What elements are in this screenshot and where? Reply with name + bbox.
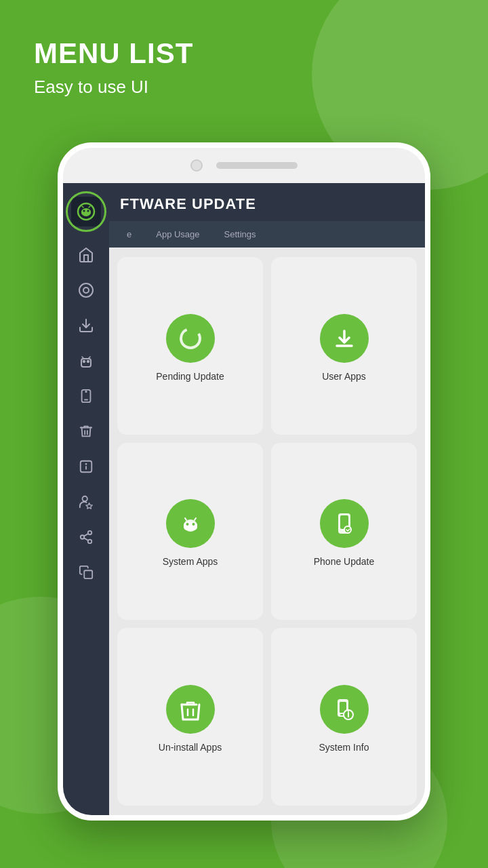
system-info-label: System Info [319,742,369,753]
svg-point-21 [86,464,87,465]
svg-point-7 [79,283,93,297]
svg-point-49 [347,710,348,711]
phone-mockup: FTWARE UPDATE e App Usage Settings Pendi [58,142,430,821]
svg-rect-10 [81,359,91,367]
main-area: FTWARE UPDATE e App Usage Settings Pendi [109,183,425,815]
grid-card-system-info[interactable]: System Info [271,628,417,806]
tabs-bar: e App Usage Settings [109,221,425,248]
svg-line-14 [89,357,90,358]
svg-line-27 [84,538,88,540]
svg-point-17 [85,391,86,392]
sidebar-icon-phone[interactable] [71,381,101,411]
svg-point-34 [186,523,188,526]
grid-card-user-apps[interactable]: User Apps [271,257,417,435]
sidebar-icon-android[interactable] [71,346,101,376]
sidebar-icon-share[interactable] [71,522,101,552]
sidebar-icon-info[interactable] [71,452,101,481]
svg-point-30 [181,329,200,348]
grid-card-phone-update[interactable]: Phone Update [271,443,417,620]
svg-point-12 [87,361,89,362]
sidebar-icon-user-star[interactable] [71,487,101,517]
grid-card-uninstall-apps[interactable]: Un-install Apps [117,628,263,806]
system-apps-label: System Apps [163,556,218,567]
system-info-icon [320,685,369,734]
user-apps-label: User Apps [322,371,366,382]
svg-line-5 [82,206,83,208]
svg-point-41 [344,526,351,533]
svg-rect-2 [81,210,91,215]
app-header: FTWARE UPDATE [109,183,425,221]
android-logo-icon [76,201,96,222]
app-container: FTWARE UPDATE e App Usage Settings Pendi [63,183,425,815]
tab-app-usage[interactable]: App Usage [144,221,211,248]
svg-rect-33 [184,522,197,530]
pending-update-label: Pending Update [156,371,224,382]
trash-icon [178,696,203,722]
phone-speaker [216,162,298,169]
phone-camera [190,159,203,172]
svg-line-13 [82,357,83,358]
svg-rect-29 [84,570,92,578]
grid-content: Pending Update User Apps [109,248,425,815]
sidebar-icon-home[interactable] [71,240,101,270]
svg-line-6 [89,206,90,208]
grid-card-system-apps[interactable]: System Apps [117,443,263,620]
phone-info-icon [331,696,357,722]
tab-settings[interactable]: Settings [212,221,268,248]
sidebar-icon-copy[interactable] [71,557,101,587]
page-title: MENU LIST [34,37,193,70]
download-icon [331,326,357,351]
uninstall-apps-label: Un-install Apps [159,742,222,753]
svg-line-37 [195,518,196,520]
svg-point-8 [83,288,89,293]
user-apps-icon [320,314,369,363]
sidebar-icon-trash[interactable] [71,416,101,446]
sidebar-icon-radio[interactable] [71,275,101,305]
page-subtitle: Easy to use UI [34,77,193,98]
grid-card-pending-update[interactable]: Pending Update [117,257,263,435]
phone-icon [331,511,357,536]
android-icon [178,511,203,536]
sidebar [63,183,109,815]
header-text: MENU LIST Easy to use UI [34,37,193,98]
phone-update-label: Phone Update [314,556,375,567]
system-apps-icon [166,499,215,548]
svg-line-36 [185,518,186,520]
svg-point-35 [192,523,195,526]
svg-marker-23 [86,503,92,509]
svg-line-28 [84,534,88,536]
tab-home[interactable]: e [115,221,144,248]
svg-point-4 [87,210,89,212]
app-title: FTWARE UPDATE [120,195,256,213]
svg-point-11 [83,361,85,362]
phone-update-icon [320,499,369,548]
app-logo[interactable] [66,191,106,232]
pending-update-icon [166,314,215,363]
sidebar-icon-download[interactable] [71,311,101,340]
uninstall-apps-icon [166,685,215,734]
svg-point-22 [83,496,87,501]
phone-notch [63,148,425,183]
app-logo-inner [71,197,101,226]
svg-point-3 [83,210,85,212]
refresh-circle-icon [177,325,204,352]
